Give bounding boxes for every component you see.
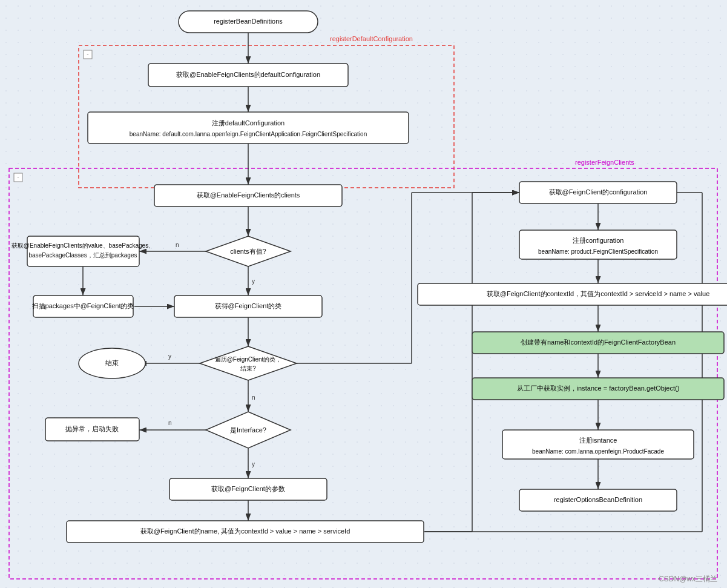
get-context-id-text: 获取@FeignClient的contextId，其值为contextId > … (487, 290, 710, 297)
clients-has-value-text: clients有值? (230, 248, 266, 255)
register-config-text1: 注册configuration (573, 237, 624, 244)
get-instance-text: 从工厂中获取实例，instance = factoryBean.getObjec… (517, 385, 680, 392)
get-feign-name-text: 获取@FeignClient的name, 其值为contextId > valu… (140, 527, 350, 535)
end-text: 结束 (105, 359, 119, 366)
diagram-container: registerDefaultConfiguration - registerF… (0, 0, 727, 588)
register-instance-text1: 注册isntance (579, 437, 617, 444)
register-bean-def-text: registerBeanDefinitions (214, 18, 283, 25)
throw-exception-text: 抛异常，启动失败 (65, 425, 119, 432)
traverse-end-text2: 结束? (240, 365, 256, 372)
register-feign-clients-label: registerFeignClients (575, 159, 634, 166)
label-n3: n (168, 420, 172, 426)
get-packages-text2: basePackageClasses，汇总到packages (29, 252, 137, 259)
register-default-config-text1: 注册defaultConfiguration (212, 119, 285, 127)
label-y1: y (252, 278, 255, 285)
label-n1: n (176, 242, 179, 248)
is-interface-text: 是Interface? (230, 426, 266, 434)
get-feign-classes-text: 获得@FeignClient的类 (215, 302, 282, 309)
label-n2: n (252, 394, 255, 401)
scan-packages-text: 扫描packages中@FeignClient的类 (31, 302, 134, 309)
register-default-config-text2: beanName: default.com.lanna.openfeign.Fe… (130, 131, 367, 137)
get-params-text: 获取@FeignClient的参数 (211, 485, 285, 492)
register-config-text2: beanName: product.FeignClientSpecificati… (538, 248, 658, 255)
register-instance-text2: beanName: com.lanna.openfeign.ProductFac… (532, 448, 664, 455)
get-packages-text1: 获取@EnableFeignClients的value、basePackages… (12, 242, 154, 249)
register-default-config-node (88, 112, 409, 144)
traverse-end-text1: 遍历@FeignClient的类， (215, 356, 282, 363)
register-instance-node (502, 430, 694, 459)
label-y2: y (168, 353, 171, 360)
register-default-config-label: registerDefaultConfiguration (330, 35, 413, 42)
svg-text:-: - (87, 50, 88, 57)
get-default-config-text: 获取@EnableFeignClients的defaultConfigurati… (176, 71, 320, 78)
get-clients-text: 获取@EnableFeignClients的clients (197, 191, 300, 199)
watermark: CSDN@wx三橘兰 (659, 575, 717, 583)
svg-text:-: - (17, 173, 19, 180)
get-feign-config-text: 获取@FeignClient的configuration (549, 188, 648, 196)
create-factory-bean-text: 创建带有name和contextId的FeignClientFactoryBea… (521, 339, 676, 346)
label-y3: y (252, 461, 255, 467)
register-options-text: registerOptionsBeanDefinition (554, 496, 642, 503)
register-config-node (519, 230, 677, 259)
